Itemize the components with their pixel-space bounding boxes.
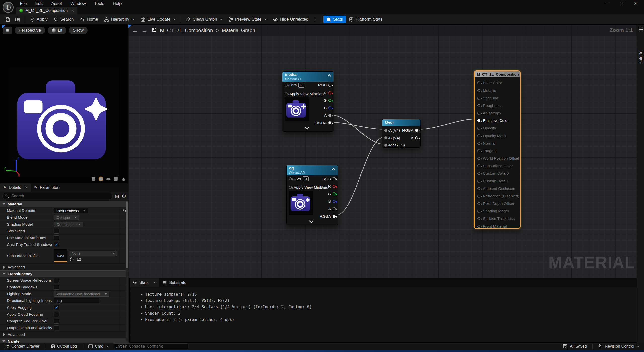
checkbox-output-depth-and-velocity[interactable] (54, 325, 59, 330)
pin-icon[interactable] (477, 89, 480, 92)
pin-icon[interactable] (477, 149, 480, 152)
pin-icon[interactable] (477, 127, 480, 130)
material-pin-roughness[interactable]: Roughness (477, 103, 502, 108)
tab-details[interactable]: ✎ Details ✕ (0, 183, 31, 192)
pin-icon[interactable] (477, 217, 480, 220)
browse-asset-icon[interactable] (77, 257, 82, 261)
advanced-row-translucency[interactable]: Advanced (0, 331, 128, 338)
pin-icon[interactable] (477, 164, 480, 167)
pin-icon[interactable] (285, 84, 288, 87)
output-pin-g[interactable]: G (324, 98, 331, 103)
material-pin-emissive-color[interactable]: Emissive Color (477, 118, 509, 123)
dropdown-material-domain[interactable]: Post Process (54, 208, 88, 213)
pin-icon[interactable] (384, 136, 387, 139)
pin-icon[interactable] (477, 180, 480, 183)
cmd-dropdown-button[interactable]: Cmd (86, 343, 111, 350)
material-pin-front-material[interactable]: Front Material (477, 224, 507, 229)
pin-icon[interactable] (285, 92, 288, 95)
menu-asset[interactable]: Asset (47, 1, 66, 6)
input-pin-apply-view-mipbias[interactable]: Apply View MipBias (289, 185, 328, 190)
shape-cube-button[interactable] (112, 176, 119, 182)
hierarchy-button[interactable]: Hierarchy (101, 16, 138, 23)
all-saved-button[interactable]: All Saved (560, 343, 589, 350)
output-pin-rgba[interactable]: RGBA (315, 120, 331, 125)
pin-icon[interactable] (333, 207, 336, 210)
pin-icon[interactable] (477, 112, 480, 115)
display-filter-icon[interactable]: ⊞ (115, 193, 119, 199)
menu-edit[interactable]: Edit (31, 1, 47, 6)
input-pin-uvs[interactable]: UVs0 (289, 176, 309, 181)
preview-viewport[interactable]: ≡ Perspective Lit Show (0, 25, 128, 183)
pin-icon[interactable] (328, 114, 331, 117)
material-pin-pixel-depth-offset[interactable]: Pixel Depth Offset (477, 201, 514, 206)
material-pin-opacity[interactable]: Opacity (477, 126, 496, 131)
checkbox-apply-fogging[interactable]: ✓ (54, 305, 59, 310)
output-pin-a[interactable]: A (411, 135, 418, 140)
output-pin-r[interactable]: R (328, 184, 336, 189)
node-cg[interactable]: cg Param2D UVs0Apply View MipBiasRGBRGBA… (286, 165, 338, 225)
textfield-directional-lighting-intensity[interactable]: 1.0 (54, 298, 99, 303)
output-log-button[interactable]: Output Log (48, 343, 79, 350)
section-header-material[interactable]: Material (0, 201, 128, 207)
pin-icon[interactable] (333, 185, 336, 188)
expand-chevron-icon[interactable] (305, 125, 309, 129)
pin-icon[interactable] (477, 202, 480, 205)
material-pin-anisotropy[interactable]: Anisotropy (477, 111, 501, 116)
section-header-translucency[interactable]: Translucency (0, 270, 128, 277)
menu-help[interactable]: Help (108, 1, 126, 6)
tab-stats[interactable]: Stats ✕ (130, 278, 159, 287)
home-button[interactable]: Home (77, 16, 101, 23)
shape-cylinder-button[interactable] (90, 176, 97, 182)
input-pin-apply-view-mipbias[interactable]: Apply View MipBias (285, 91, 324, 96)
asset-tab[interactable]: M_CT_2L_Composition ✕ (16, 7, 77, 14)
input-pin-uvs[interactable]: UVs0 (285, 83, 304, 88)
pin-icon[interactable] (477, 142, 480, 145)
restore-button[interactable] (614, 0, 628, 7)
shape-sphere-button[interactable] (97, 176, 104, 182)
output-pin-g[interactable]: G (328, 191, 336, 196)
palette-sidebar-tab[interactable]: Palette (637, 25, 644, 343)
pin-icon[interactable] (328, 106, 331, 109)
save-button[interactable] (3, 16, 13, 23)
pin-icon[interactable] (328, 121, 331, 124)
pin-icon[interactable] (477, 225, 480, 228)
pin-icon[interactable] (477, 81, 480, 84)
minimize-button[interactable]: — (600, 0, 614, 7)
material-graph-canvas[interactable]: ← → M_CT_2L_Composition > Material Graph… (128, 25, 644, 343)
platform-stats-button[interactable]: Platform Stats (346, 16, 386, 23)
pin-icon[interactable] (477, 157, 480, 160)
material-pin-shading-model[interactable]: Shading Model (477, 209, 509, 214)
material-pin-refraction-disabled[interactable]: Refraction (Disabled) (477, 194, 519, 199)
material-pin-subsurface-color[interactable]: Subsurface Color (477, 163, 513, 168)
details-tab-close-icon[interactable]: ✕ (25, 186, 28, 189)
pin-icon[interactable] (415, 129, 418, 132)
output-pin-rgb[interactable]: RGB (322, 176, 336, 181)
material-pin-custom-data-0[interactable]: Custom Data 0 (477, 171, 509, 176)
pin-icon[interactable] (384, 129, 387, 132)
pin-icon[interactable] (415, 136, 418, 139)
hide-unrelated-button[interactable]: Hide Unrelated (270, 16, 311, 23)
pin-icon[interactable] (289, 186, 292, 189)
pin-icon[interactable] (333, 215, 336, 218)
node-over[interactable]: Over A (V4)B (V4)Mask (S)RGBAA (382, 119, 421, 148)
console-command-input[interactable]: Enter Console Command (113, 343, 188, 349)
output-pin-rgba[interactable]: RGBA (320, 214, 336, 219)
pin-icon[interactable] (477, 195, 480, 198)
node-result-material[interactable]: M_CT_2L_Composition Base ColorMetallicSp… (474, 70, 521, 229)
uvs-value-box[interactable]: 0 (298, 83, 304, 88)
menu-window[interactable]: Window (66, 1, 90, 6)
reset-arrow-icon[interactable] (122, 209, 126, 212)
browse-to-asset-button[interactable] (13, 16, 23, 23)
pin-icon[interactable] (477, 119, 480, 122)
pin-icon[interactable] (328, 99, 331, 102)
forward-arrow-icon[interactable]: → (141, 27, 148, 34)
output-pin-b[interactable]: B (328, 199, 336, 204)
checkbox-cast-ray-traced-shadows[interactable]: ✓ (54, 242, 59, 247)
pin-icon[interactable] (328, 84, 331, 87)
pin-icon[interactable] (477, 172, 480, 175)
pin-icon[interactable] (333, 192, 336, 195)
material-pin-specular[interactable]: Specular (477, 96, 498, 101)
revision-control-button[interactable]: Revision Control (596, 343, 642, 350)
apply-button[interactable]: Apply (27, 16, 51, 23)
stats-toggle-button[interactable]: i Stats (323, 16, 346, 23)
